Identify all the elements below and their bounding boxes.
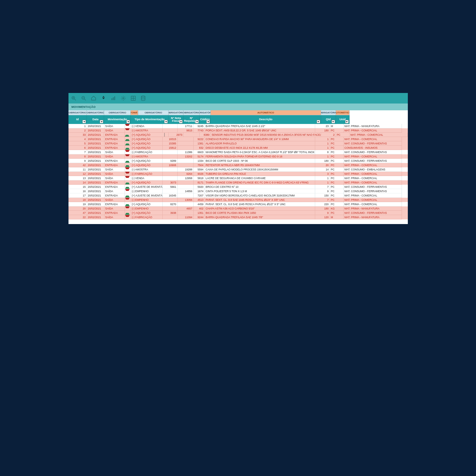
- cell-nf: 8270: [163, 202, 178, 206]
- filter-icon[interactable]: [206, 120, 210, 123]
- table-row[interactable]: 4220/02/2021ENTRADA(+) AQUISIÇÃO10908750…: [68, 163, 408, 167]
- table-row[interactable]: 520/02/2021ENTRADA(+) AQUISIÇÃO153851381…: [68, 141, 408, 146]
- table-row[interactable]: 1620/02/2021SAÍDA(-) EMPENHO148561674CIN…: [68, 189, 408, 193]
- table-row[interactable]: 3320/02/2021ENTRADA(+) AQUISIÇÃO29738380…: [68, 133, 408, 137]
- direction-icon: [125, 137, 131, 141]
- svg-point-7: [103, 97, 104, 98]
- filter-icon[interactable]: [179, 120, 183, 123]
- cell-cat: MAT. PRIMA - COMERCIAL: [350, 133, 408, 137]
- cell-mov: SAÍDA: [104, 150, 125, 154]
- filter-icon[interactable]: [164, 120, 168, 123]
- cell-cat: MAT. PRIMA - COMERCIAL: [344, 172, 402, 176]
- cell-nr: 17711: [178, 124, 194, 128]
- table-row[interactable]: 1520/02/2021ENTRADA(+) AJUSTE DE INVENTÁ…: [68, 185, 408, 189]
- col-data[interactable]: Data: [87, 115, 104, 124]
- cell-mov: ENTRADA: [104, 163, 125, 167]
- cell-nr: [178, 211, 194, 215]
- cell-nr: [178, 163, 194, 167]
- database-icon[interactable]: [140, 95, 146, 101]
- direction-icon: [125, 133, 131, 137]
- col-mov[interactable]: Movimentação: [104, 115, 131, 124]
- cell-cat: MAT. CONSUMO - FERRAMENTAS: [344, 185, 402, 189]
- col-nf[interactable]: N° Nota Fiscal: [169, 115, 183, 124]
- cell-nr: [183, 133, 200, 137]
- cell-cod: 5594: [194, 167, 205, 172]
- cell-cod: 4459: [194, 202, 205, 206]
- table-row[interactable]: 120/02/2021SAÍDA(-) VENDA177119245BARRA …: [68, 124, 408, 128]
- cell-desc: CINTA POLIESTER 5 TON X 1,5 M: [205, 189, 315, 193]
- table-row[interactable]: 2220/02/2021SAÍDA(-) FABRICAÇÃO110949244…: [68, 215, 408, 219]
- cell-mov: ENTRADA: [104, 211, 125, 215]
- cell-data: 20/02/2021: [87, 202, 104, 206]
- col-unid[interactable]: Unid: [336, 115, 350, 124]
- cell-nr: [178, 141, 194, 146]
- cell-nr: 19288: [178, 167, 194, 172]
- cell-cat: MAT. CONSUMO - FERRAMENTAS: [344, 211, 402, 215]
- cell-nf: [163, 154, 178, 159]
- zoom-out-icon[interactable]: [81, 95, 86, 101]
- filter-icon[interactable]: [317, 120, 320, 123]
- cell-qtd: 120: [315, 215, 330, 219]
- cell-cod: 1381: [194, 141, 205, 146]
- table-row[interactable]: 1820/02/2021SAÍDA(-) EMPENHO130564513PAR…: [68, 198, 408, 202]
- table-row[interactable]: 720/02/2021SAÍDA(-) FABRICAÇÃO113866603M…: [68, 150, 408, 154]
- cell-desc: CHAPA ASTM A36 ACO CARBONO 5/16": [205, 206, 315, 211]
- cell-cod: 4513: [194, 198, 205, 202]
- filter-icon[interactable]: [100, 120, 103, 123]
- table-row[interactable]: 820/02/2021SAÍDA(-) AMOSTRA132025174FERR…: [68, 154, 408, 159]
- table-row[interactable]: 620/02/2021ENTRADA(+) AQUISIÇÃO15812832D…: [68, 146, 408, 150]
- filter-icon[interactable]: [195, 120, 199, 123]
- filter-icon[interactable]: [332, 120, 335, 123]
- cell-data: 20/02/2021: [87, 133, 104, 137]
- table-row[interactable]: 1420/02/2021ENTRADA(+) AQUISIÇÃO30738171…: [68, 180, 408, 185]
- cell-data: 20/02/2021: [87, 154, 104, 159]
- cell-mov: SAÍDA: [104, 206, 125, 211]
- table-row[interactable]: 1720/02/2021ENTRADA(+) AJUSTE DE INVENTÁ…: [68, 193, 408, 198]
- col-cod[interactable]: Código: [200, 115, 211, 124]
- table-row[interactable]: 1220/02/2021SAÍDA(-) FABRICAÇÃO92649026T…: [68, 172, 408, 176]
- cell-tipo-selected[interactable]: (+) AQUISIÇÃO: [131, 133, 165, 137]
- filter-icon[interactable]: [82, 120, 86, 123]
- col-nr[interactable]: N° Requisição: [183, 115, 200, 124]
- col-qtd[interactable]: Qtd: [321, 115, 336, 124]
- col-tipo[interactable]: Tipo de Movimentação: [131, 115, 169, 124]
- chart-icon[interactable]: [111, 95, 116, 101]
- table-row[interactable]: 920/02/2021ENTRADA(+) AQUISIÇÃO92891334B…: [68, 159, 408, 163]
- table-row[interactable]: 1120/02/2021SAÍDA(-) AMOSTRA192885594CAI…: [68, 167, 408, 172]
- dropdown-icon[interactable]: [164, 133, 165, 137]
- table-row[interactable]: 220/02/2021SAÍDA(-) AMOSTRA98157743PORCA…: [68, 128, 408, 133]
- table-row[interactable]: 4720/02/2021ENTRADA(+) AQUISIÇÃO39381351…: [68, 211, 408, 215]
- direction-icon: [125, 185, 131, 189]
- col-desc[interactable]: Descrição: [211, 115, 321, 124]
- cell-nr: [178, 202, 194, 206]
- col-id[interactable]: Id: [68, 115, 87, 124]
- table-row[interactable]: 1320/02/2021SAÍDA(-) VENDA129585818LACRE…: [68, 176, 408, 180]
- svg-point-15: [141, 96, 145, 98]
- rocket-icon[interactable]: [101, 95, 106, 101]
- cell-cod: 7743: [194, 128, 205, 133]
- cell-data: 20/02/2021: [87, 137, 104, 141]
- cell-qtd: 20: [315, 163, 330, 167]
- home-icon[interactable]: [91, 95, 96, 101]
- gear-icon[interactable]: [121, 95, 126, 101]
- table-row[interactable]: 420/02/2021ENTRADA(+) AQUISIÇÃO183159222…: [68, 137, 408, 141]
- table-row[interactable]: 2020/02/2021SAÍDA(-) EMPENHO4657402CHAPA…: [68, 206, 408, 211]
- cell-mov: ENTRADA: [104, 141, 125, 146]
- cell-cod: 1674: [194, 189, 205, 193]
- cell-tipo: (-) FABRICAÇÃO: [131, 215, 163, 219]
- filter-icon[interactable]: [345, 120, 349, 123]
- cell-cat: MAT. PRIMA - COMERCIAL: [344, 193, 402, 198]
- table-body[interactable]: 120/02/2021SAÍDA(-) VENDA177119245BARRA …: [68, 124, 408, 224]
- cell-tipo: (+) AJUSTE DE INVENTÁRIO: [131, 193, 163, 198]
- cell-desc: SENSOR INDUTIVO PS15-30GI50-W3F DS15 M30…: [211, 133, 321, 137]
- grid-icon[interactable]: [130, 95, 136, 101]
- zoom-in-icon[interactable]: [71, 95, 77, 101]
- filter-icon[interactable]: [126, 120, 130, 123]
- cell-id: 11: [68, 167, 87, 172]
- cell-cat: MAT. PRIMA - COMERCIAL: [344, 176, 402, 180]
- cell-nf: 15812: [163, 146, 178, 150]
- cell-unid: PC: [330, 137, 344, 141]
- cell-id: 1: [68, 124, 87, 128]
- cell-unid: PC: [330, 167, 344, 172]
- table-row[interactable]: 1920/02/2021ENTRADA(+) AQUISIÇÃO82704459…: [68, 202, 408, 206]
